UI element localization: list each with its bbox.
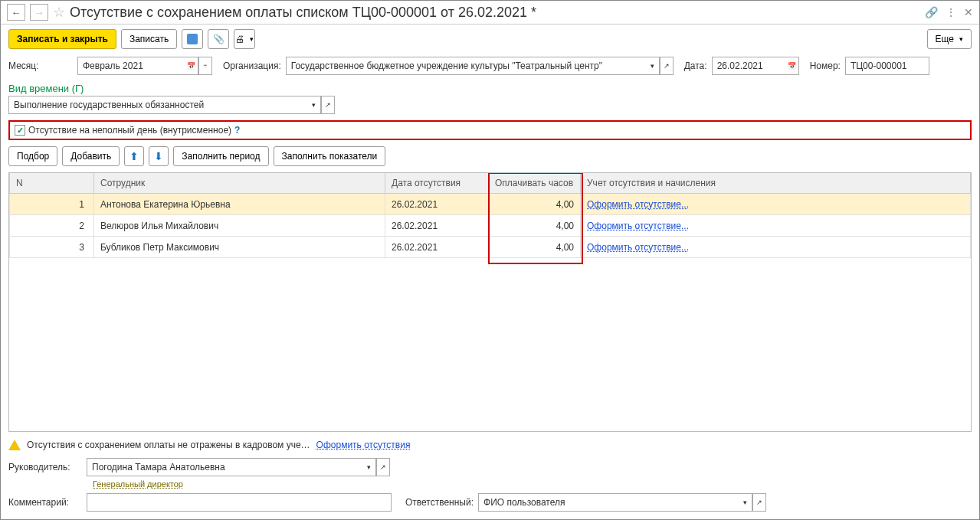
cell-date: 26.02.2021 — [385, 215, 489, 237]
warning-text: Отсутствия с сохранением оплаты не отраж… — [27, 440, 310, 450]
print-button[interactable]: 🖨 — [234, 29, 255, 49]
responsible-dropdown-button[interactable]: ▾ — [739, 493, 752, 512]
kebab-menu-icon[interactable]: ⋮ — [946, 6, 956, 18]
cell-hours: 4,00 — [489, 237, 581, 258]
close-icon[interactable]: ✕ — [964, 6, 973, 18]
time-type-input[interactable]: Выполнение государственных обязанностей — [8, 96, 307, 114]
more-button[interactable]: Еще — [927, 29, 972, 49]
add-button[interactable]: Добавить — [62, 146, 120, 166]
paperclip-icon: 📎 — [213, 34, 225, 44]
responsible-input[interactable]: ФИО пользователя — [478, 493, 739, 512]
save-button[interactable]: Записать — [121, 29, 177, 49]
table-row[interactable]: 2 Велюров Илья Михайлович 26.02.2021 4,0… — [10, 215, 971, 237]
link-icon[interactable]: 🔗 — [925, 6, 938, 18]
fill-indicators-button[interactable]: Заполнить показатели — [274, 146, 386, 166]
favorite-star-icon[interactable]: ☆ — [53, 4, 65, 21]
time-type-section-header: Вид времени (Г) — [1, 78, 979, 96]
date-calendar-button[interactable]: 📅 — [785, 57, 799, 75]
cell-n: 1 — [10, 194, 94, 215]
move-up-button[interactable]: ⬆ — [124, 146, 144, 166]
cell-date: 26.02.2021 — [385, 194, 489, 215]
responsible-label: Ответственный: — [405, 497, 474, 508]
document-icon — [187, 34, 198, 44]
fill-period-button[interactable]: Заполнить период — [173, 146, 268, 166]
cell-n: 3 — [10, 237, 94, 258]
printer-icon: 🖨 — [235, 34, 244, 44]
manager-label: Руководитель: — [8, 462, 82, 473]
date-input[interactable]: 26.02.2021 — [712, 57, 785, 75]
register-absence-link[interactable]: Оформить отсутствие... — [587, 221, 689, 231]
attach-button[interactable]: 📎 — [208, 29, 229, 49]
warning-icon — [8, 440, 21, 450]
responsible-open-button[interactable]: ↗ — [752, 493, 766, 512]
manager-position-link[interactable]: Генеральный директор — [93, 479, 972, 489]
time-type-open-button[interactable]: ↗ — [321, 96, 335, 114]
col-hours-header: Оплачивать часов — [489, 173, 581, 194]
cell-n: 2 — [10, 215, 94, 237]
month-calendar-button[interactable]: 📅 — [185, 57, 198, 75]
partial-day-label: Отсутствие на неполный день (внутрисменн… — [28, 125, 231, 136]
col-date-header: Дата отсутствия — [385, 173, 489, 194]
month-input[interactable]: Февраль 2021 — [77, 57, 185, 75]
manager-dropdown-button[interactable]: ▾ — [362, 458, 376, 476]
cell-employee: Велюров Илья Михайлович — [94, 215, 385, 237]
register-absences-link[interactable]: Оформить отсутствия — [316, 440, 411, 450]
partial-day-checkbox[interactable]: ✓ — [15, 125, 25, 136]
org-input[interactable]: Государственное бюджетное учреждение кул… — [286, 57, 646, 75]
register-absence-link[interactable]: Оформить отсутствие... — [587, 199, 689, 210]
comment-label: Комментарий: — [8, 497, 82, 508]
date-label: Дата: — [684, 61, 707, 71]
move-down-button[interactable]: ⬇ — [149, 146, 169, 166]
document-icon-button[interactable] — [182, 29, 203, 49]
forward-button[interactable]: → — [30, 4, 48, 21]
cell-hours: 4,00 — [489, 194, 581, 215]
table-row[interactable]: 1 Антонова Екатерина Юрьевна 26.02.2021 … — [10, 194, 971, 215]
cell-hours: 4,00 — [489, 215, 581, 237]
cell-employee: Бубликов Петр Максимович — [94, 237, 385, 258]
manager-open-button[interactable]: ↗ — [376, 458, 390, 476]
org-open-button[interactable]: ↗ — [660, 57, 674, 75]
help-icon[interactable]: ? — [234, 125, 240, 136]
select-button[interactable]: Подбор — [8, 146, 57, 166]
comment-input[interactable] — [87, 493, 392, 512]
org-dropdown-button[interactable]: ▾ — [646, 57, 660, 75]
partial-day-highlight: ✓ Отсутствие на неполный день (внутрисме… — [8, 120, 972, 140]
back-button[interactable]: ← — [7, 4, 25, 21]
org-label: Организация: — [223, 61, 281, 71]
window-title: Отсутствие с сохранением оплаты списком … — [70, 5, 536, 21]
time-type-dropdown-button[interactable]: ▾ — [307, 96, 321, 114]
employees-table: N Сотрудник Дата отсутствия Оплачивать ч… — [8, 172, 972, 432]
col-n-header: N — [10, 173, 94, 194]
col-accounting-header: Учет отсутствия и начисления — [581, 173, 971, 194]
table-row[interactable]: 3 Бубликов Петр Максимович 26.02.2021 4,… — [10, 237, 971, 258]
manager-input[interactable]: Погодина Тамара Анатольевна — [87, 458, 362, 476]
col-employee-header: Сотрудник — [94, 173, 385, 194]
cell-date: 26.02.2021 — [385, 237, 489, 258]
month-stepper-button[interactable]: ÷ — [198, 57, 212, 75]
month-label: Месяц: — [8, 61, 73, 71]
cell-employee: Антонова Екатерина Юрьевна — [94, 194, 385, 215]
number-label: Номер: — [810, 61, 841, 71]
table-header-row: N Сотрудник Дата отсутствия Оплачивать ч… — [10, 173, 971, 194]
register-absence-link[interactable]: Оформить отсутствие... — [587, 242, 689, 253]
number-input[interactable]: ТЦ00-000001 — [845, 57, 929, 75]
save-and-close-button[interactable]: Записать и закрыть — [8, 29, 116, 49]
